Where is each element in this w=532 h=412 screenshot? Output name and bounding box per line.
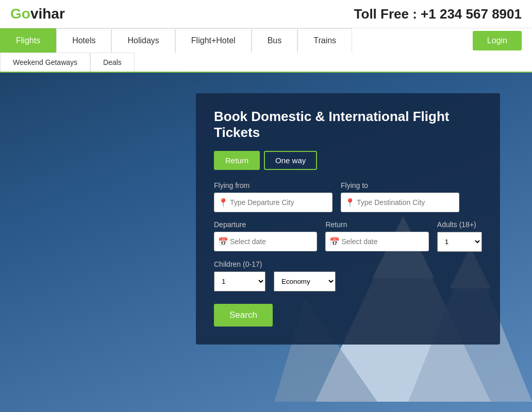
- logo-go: Go: [10, 6, 30, 22]
- login-button[interactable]: Login: [473, 31, 522, 50]
- return-group: Return 📅: [325, 220, 428, 252]
- tab-holidays[interactable]: Holidays: [111, 28, 175, 53]
- location-icon-to: 📍: [345, 198, 355, 208]
- dates-adults-row: Departure 📅 Return 📅 Adults (18+) 1 2: [214, 220, 482, 252]
- flying-from-group: Flying from 📍: [214, 181, 332, 212]
- tab-flight-hotel[interactable]: Flight+Hotel: [175, 28, 252, 53]
- departure-group: Departure 📅: [214, 220, 317, 252]
- return-wrapper: 📅: [325, 232, 428, 251]
- tab-flights[interactable]: Flights: [0, 28, 56, 53]
- location-icon-from: 📍: [218, 198, 228, 208]
- logo-vihar: vihar: [30, 6, 65, 22]
- tab-trains[interactable]: Trains: [297, 28, 352, 53]
- children-label: Children (0-17): [214, 260, 265, 268]
- nav-bottom-row: Weekend Getaways Deals: [0, 53, 532, 72]
- children-select[interactable]: 1 2 3 4 5: [214, 271, 265, 291]
- toll-free-label: Toll Free :: [354, 6, 421, 22]
- nav: Flights Hotels Holidays Flight+Hotel Bus…: [0, 28, 532, 73]
- header: Govihar Toll Free : +1 234 567 8901: [0, 0, 532, 28]
- class-group: Class Economy Business First Class: [274, 260, 336, 291]
- return-label: Return: [325, 220, 428, 229]
- nav-tabs: Flights Hotels Holidays Flight+Hotel Bus…: [0, 28, 352, 53]
- toll-free: Toll Free : +1 234 567 8901: [354, 6, 522, 22]
- tab-deals[interactable]: Deals: [90, 53, 135, 72]
- calendar-icon-ret: 📅: [329, 237, 340, 247]
- flying-to-wrapper: 📍: [341, 193, 459, 212]
- trip-type-toggle: Return One way: [214, 151, 482, 170]
- flying-from-wrapper: 📍: [214, 193, 332, 212]
- tab-weekend-getaways[interactable]: Weekend Getaways: [0, 53, 90, 72]
- booking-card: Book Domestic & International Flight Tic…: [196, 93, 500, 345]
- adults-label: Adults (18+): [437, 220, 482, 229]
- tab-bus[interactable]: Bus: [252, 28, 298, 53]
- search-button[interactable]: Search: [214, 304, 273, 327]
- logo: Govihar: [10, 6, 65, 22]
- children-class-row: Children (0-17) 1 2 3 4 5 Class Economy …: [214, 260, 482, 291]
- adults-group: Adults (18+) 1 2 3 4 5 6: [437, 220, 482, 252]
- flying-to-input[interactable]: [341, 193, 459, 212]
- toll-free-number: +1 234 567 8901: [421, 6, 522, 22]
- booking-title: Book Domestic & International Flight Tic…: [214, 109, 482, 141]
- tab-hotels[interactable]: Hotels: [56, 28, 111, 53]
- return-button[interactable]: Return: [214, 151, 260, 170]
- flying-from-input[interactable]: [214, 193, 332, 212]
- adults-select[interactable]: 1 2 3 4 5 6: [437, 232, 482, 252]
- origin-destination-row: Flying from 📍 Flying to 📍: [214, 181, 482, 212]
- nav-top-row: Flights Hotels Holidays Flight+Hotel Bus…: [0, 28, 532, 53]
- departure-wrapper: 📅: [214, 232, 317, 251]
- flying-from-label: Flying from: [214, 181, 332, 190]
- main-content: Book Domestic & International Flight Tic…: [0, 73, 532, 345]
- flying-to-group: Flying to 📍: [341, 181, 459, 212]
- return-input[interactable]: [325, 232, 428, 251]
- departure-input[interactable]: [214, 232, 317, 251]
- flying-to-label: Flying to: [341, 181, 459, 190]
- class-select[interactable]: Economy Business First Class: [274, 271, 336, 291]
- departure-label: Departure: [214, 220, 317, 229]
- children-group: Children (0-17) 1 2 3 4 5: [214, 260, 265, 291]
- one-way-button[interactable]: One way: [264, 151, 317, 170]
- calendar-icon-dep: 📅: [218, 237, 228, 247]
